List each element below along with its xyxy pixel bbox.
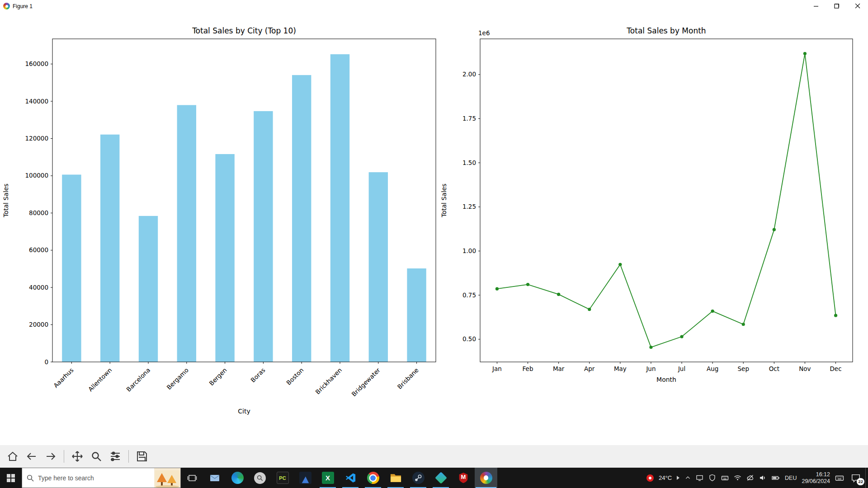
mcafee-tray-icon[interactable]	[646, 474, 654, 482]
home-icon	[7, 450, 19, 462]
y-tick-label: 1.25	[462, 203, 476, 210]
zoom-button[interactable]	[88, 448, 104, 465]
bar-Boston	[292, 75, 311, 362]
photos-app-button[interactable]	[294, 468, 316, 488]
x-tick-label: Bergen	[208, 366, 228, 387]
axes-box	[480, 39, 853, 362]
x-tick-label: Boston	[285, 366, 305, 386]
photos-icon	[299, 472, 311, 484]
y-tick-label: 1.00	[462, 247, 476, 254]
search-input[interactable]	[38, 474, 154, 482]
mcafee-icon: M	[458, 472, 469, 484]
taskbar-clock[interactable]: 16:12 29/06/2024	[802, 471, 830, 485]
x-tick-label: May	[614, 365, 627, 372]
x-tick-label: Boras	[249, 366, 266, 384]
edge-icon	[231, 472, 244, 484]
figure-window: Figure 1 0200004000060000800001000001200…	[0, 0, 868, 468]
save-button[interactable]	[134, 448, 150, 465]
toolbar-separator	[128, 450, 129, 463]
pan-button[interactable]	[69, 448, 85, 465]
bar-Bergamo	[177, 105, 196, 362]
tray-icon-cloud-off[interactable]	[746, 474, 754, 482]
y-tick-label: 1.75	[462, 115, 476, 122]
y-tick-label: 40000	[29, 284, 48, 291]
mcafee-app-button[interactable]: M	[452, 468, 475, 488]
show-desktop-button[interactable]	[865, 468, 868, 488]
y-tick-label: 2.00	[462, 70, 476, 78]
y-tick-label: 0	[44, 358, 48, 366]
bar-Brisbane	[407, 268, 426, 362]
bar-Barcelona	[139, 216, 158, 362]
toolbar-separator	[64, 450, 64, 463]
y-tick-label: 0.50	[462, 335, 476, 343]
maximize-icon	[834, 4, 840, 9]
figure-canvas[interactable]: 0200004000060000800001000001200001400001…	[0, 12, 868, 445]
forward-button[interactable]	[42, 448, 59, 465]
matplotlib-app-button[interactable]	[475, 468, 497, 488]
autumn-trees-icon	[155, 470, 179, 488]
x-tick-label: Sep	[738, 365, 749, 372]
steam-app-button[interactable]	[407, 468, 429, 488]
system-tray: 24°C	[646, 471, 865, 485]
marker-Oct	[773, 228, 776, 231]
search-icon	[27, 474, 34, 482]
clock-date: 29/06/2024	[802, 478, 830, 485]
x-tick-label: Feb	[523, 365, 533, 372]
tray-icon-keyboard[interactable]	[721, 474, 729, 482]
zoom-icon	[90, 450, 103, 463]
start-button[interactable]	[0, 468, 22, 488]
touch-keyboard-icon[interactable]	[835, 474, 844, 482]
vscode-app-button[interactable]	[339, 468, 362, 488]
tray-icon-wifi[interactable]	[734, 474, 741, 482]
news-expand-icon[interactable]	[677, 476, 680, 480]
marker-Aug	[711, 310, 714, 313]
navigation-toolbar	[0, 445, 868, 468]
mail-app-button[interactable]	[203, 468, 226, 488]
file-explorer-button[interactable]	[384, 468, 407, 488]
marker-Dec	[834, 314, 837, 317]
search-box[interactable]	[22, 468, 181, 488]
bar-Allentown	[100, 135, 119, 362]
task-view-button[interactable]	[181, 468, 203, 488]
task-view-icon	[187, 473, 198, 483]
home-button[interactable]	[5, 448, 21, 465]
hidden-icons-chevron[interactable]	[685, 475, 691, 481]
edge-app-button[interactable]	[226, 468, 249, 488]
tray-icon-speaker[interactable]	[759, 474, 767, 482]
language-indicator[interactable]: DEU	[785, 475, 797, 481]
minimize-button[interactable]	[806, 0, 826, 12]
y-tick-label: 1.50	[462, 159, 476, 166]
marker-Jan	[495, 287, 499, 291]
back-button[interactable]	[24, 448, 40, 465]
x-tick-label: Aaarhus	[52, 366, 75, 389]
tray-icon-display[interactable]	[696, 474, 703, 482]
marker-Nov	[803, 52, 807, 55]
marker-Apr	[588, 308, 591, 311]
titlebar: Figure 1	[0, 0, 868, 12]
pycharm-app-button[interactable]: PC	[271, 468, 294, 488]
configure-subplots-button[interactable]	[107, 448, 123, 465]
bar-Boras	[254, 111, 273, 362]
chrome-app-button[interactable]	[362, 468, 384, 488]
excel-app-button[interactable]: X	[316, 468, 339, 488]
pycharm-icon: PC	[277, 472, 289, 484]
tray-icon-battery[interactable]	[772, 474, 780, 482]
bar-Brickhaven	[330, 54, 349, 362]
y-axis-label: Total Sales	[440, 183, 448, 217]
clock-time: 16:12	[816, 471, 830, 478]
search-app-icon	[254, 472, 266, 484]
bar-Bergen	[215, 154, 234, 362]
y-tick-label: 80000	[29, 209, 48, 216]
weather-widget[interactable]	[154, 468, 180, 488]
marker-Mar	[557, 293, 560, 296]
close-button[interactable]	[847, 0, 868, 12]
x-tick-label: Brickhaven	[314, 366, 343, 396]
maximize-button[interactable]	[826, 0, 847, 12]
tray-icon-shield[interactable]	[708, 474, 716, 482]
action-center-button[interactable]: 22	[849, 471, 863, 485]
search-app-button[interactable]	[249, 468, 271, 488]
temperature-label[interactable]: 24°C	[659, 474, 672, 481]
drawio-app-button[interactable]	[429, 468, 452, 488]
marker-Jun	[649, 346, 652, 349]
x-tick-label: Brisbane	[396, 366, 420, 390]
